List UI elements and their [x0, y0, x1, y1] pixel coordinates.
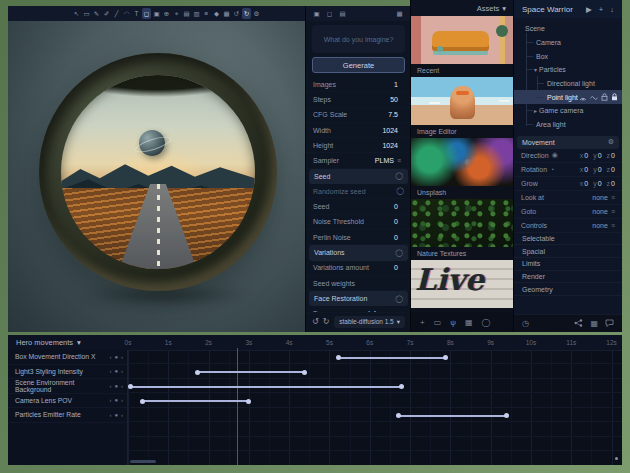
add-keyframe-icon[interactable]: ●	[114, 383, 118, 389]
next-keyframe-icon[interactable]: ›	[121, 354, 123, 360]
keyframe-dot[interactable]	[615, 457, 618, 460]
setting-row[interactable]: Variations ◯	[309, 245, 408, 260]
tool-icon[interactable]: ▦	[222, 8, 231, 19]
add-keyframe-icon[interactable]: ●	[114, 397, 118, 403]
timeline-track[interactable]: Scene Environment Background ‹ ● ›	[8, 379, 127, 394]
keyframe-end-dot[interactable]	[302, 370, 307, 375]
setting-row[interactable]: Noise Threshold 0	[306, 215, 411, 230]
scene-tree-node[interactable]: Directional light	[514, 77, 622, 91]
axis-constraint-icon[interactable]: ◔	[550, 166, 554, 173]
toggle-icon[interactable]: ◯	[395, 172, 403, 180]
scene-tree-node[interactable]: Scene	[514, 22, 622, 36]
keyframe-start-dot[interactable]	[128, 384, 133, 389]
scene-tree-node[interactable]: Box	[514, 49, 622, 63]
tool-icon[interactable]: ◆	[212, 8, 221, 19]
dropdown-icon[interactable]: ≡	[611, 194, 615, 201]
panel-layout-icon[interactable]: ▣	[312, 8, 321, 19]
select-property-row[interactable]: Look at none ≡	[514, 191, 622, 205]
collapsed-section-row[interactable]: Render	[514, 271, 622, 284]
tool-icon[interactable]: ◠	[122, 8, 131, 19]
asset-thumbnail[interactable]	[411, 138, 513, 186]
add-asset-icon[interactable]: +	[420, 318, 425, 327]
chat-icon[interactable]	[605, 319, 614, 329]
asset-thumbnail[interactable]	[411, 199, 513, 247]
history-clock-icon[interactable]: ◷	[522, 319, 529, 328]
curve-icon[interactable]	[590, 94, 598, 101]
toggle-icon[interactable]: ◯	[395, 295, 403, 303]
movement-section-header[interactable]: Movement ⚙	[517, 136, 619, 149]
keyframe-end-dot[interactable]	[246, 399, 251, 404]
grid-icon[interactable]: ▦	[465, 318, 473, 327]
next-keyframe-icon[interactable]: ›	[121, 383, 123, 389]
tool-icon[interactable]: ◻	[142, 8, 151, 19]
keyframe-end-dot[interactable]	[443, 355, 448, 360]
add-keyframe-icon[interactable]: ●	[114, 412, 118, 418]
dropdown-icon[interactable]: ≡	[611, 222, 615, 229]
play-icon[interactable]: ▶	[586, 5, 592, 14]
tool-icon[interactable]: ⊕	[162, 8, 171, 19]
tool-icon[interactable]: ▥	[192, 8, 201, 19]
add-keyframe-icon[interactable]: ●	[114, 368, 118, 374]
setting-row[interactable]: Randomize seed ◯	[306, 184, 411, 199]
scene-tree-node[interactable]: Camera	[514, 36, 622, 50]
tool-icon[interactable]: ↻	[242, 8, 251, 19]
setting-row[interactable]: Images 1	[306, 77, 411, 92]
keyframe-end-dot[interactable]	[504, 413, 509, 418]
scene-tree-node[interactable]: Area light	[514, 118, 622, 132]
scene-tree-node[interactable]: ▸ Game camera	[514, 104, 622, 118]
generate-button[interactable]: Generate	[312, 57, 405, 73]
asset-thumbnail[interactable]	[411, 16, 513, 64]
model-selector[interactable]: stable-diffusion 1.5 ▾	[334, 316, 405, 328]
collapsed-section-row[interactable]: Selectable	[514, 233, 622, 246]
dropdown-icon[interactable]: ≡	[611, 208, 615, 215]
frame-icon[interactable]: ▭	[434, 318, 442, 327]
axis-constraint-icon[interactable]: ◉	[552, 151, 558, 159]
import-icon[interactable]: ↓	[610, 5, 614, 14]
grid-icon[interactable]: ▦	[590, 319, 598, 328]
prev-keyframe-icon[interactable]: ‹	[109, 412, 111, 418]
scene-tree-node[interactable]: ▾ Particles	[514, 63, 622, 77]
asset-item[interactable]: Nature Textures	[411, 199, 513, 260]
next-keyframe-icon[interactable]: ›	[121, 397, 123, 403]
select-property-row[interactable]: Controls none ≡	[514, 219, 622, 233]
toggle-icon[interactable]: ◯	[396, 187, 404, 195]
setting-row[interactable]: Height 1024	[306, 138, 411, 153]
keyframe-start-dot[interactable]	[195, 370, 200, 375]
keyframe-bar[interactable]	[197, 371, 306, 373]
select-property-row[interactable]: Goto none ≡	[514, 205, 622, 219]
timeline-track[interactable]: Camera Lens POV ‹ ● ›	[8, 394, 127, 409]
keyframe-start-dot[interactable]	[396, 413, 401, 418]
tool-icon[interactable]: T	[132, 8, 141, 19]
timeline-title[interactable]: Hero movements ▾	[16, 335, 81, 350]
add-object-icon[interactable]: +	[599, 5, 603, 14]
setting-row[interactable]: Width 1024	[306, 123, 411, 138]
playhead[interactable]	[237, 348, 238, 465]
tool-icon[interactable]: ≡	[202, 8, 211, 19]
grid-view-icon[interactable]: ▦	[395, 8, 404, 19]
vector-property-row[interactable]: Rotation ◔ x0 y0 z0	[514, 163, 622, 177]
asset-item[interactable]: Recent	[411, 16, 513, 77]
collapsed-section-row[interactable]: Limits	[514, 258, 622, 271]
microphone-icon[interactable]: ψ	[450, 318, 456, 327]
scene-tree-node[interactable]: Point light	[514, 90, 622, 104]
keyframe-start-dot[interactable]	[140, 399, 145, 404]
keyframe-bar[interactable]	[338, 357, 447, 359]
keyframe-bar[interactable]	[142, 400, 249, 402]
undo-icon[interactable]: ↺	[312, 317, 319, 326]
collapsed-section-row[interactable]: Spacial	[514, 245, 622, 258]
setting-row[interactable]: Steps 50	[306, 92, 411, 107]
keyframe-bar[interactable]	[398, 415, 507, 417]
tree-caret-icon[interactable]: ▾	[534, 66, 537, 73]
prev-keyframe-icon[interactable]: ‹	[109, 354, 111, 360]
panel-layout-icon[interactable]: ◻	[325, 8, 334, 19]
timeline-scrollbar[interactable]	[130, 460, 156, 463]
asset-item[interactable]: Unsplash	[411, 138, 513, 199]
assets-header[interactable]: Assets ▾	[411, 0, 513, 16]
prompt-input[interactable]: What do you imagine?	[312, 25, 405, 53]
tool-icon[interactable]: ✎	[92, 8, 101, 19]
gear-icon[interactable]: ⚙	[608, 138, 614, 146]
tool-icon[interactable]: ⌖	[172, 8, 181, 19]
tool-icon[interactable]: ↺	[232, 8, 241, 19]
next-keyframe-icon[interactable]: ›	[121, 368, 123, 374]
dropdown-icon[interactable]: ≡	[397, 157, 401, 164]
